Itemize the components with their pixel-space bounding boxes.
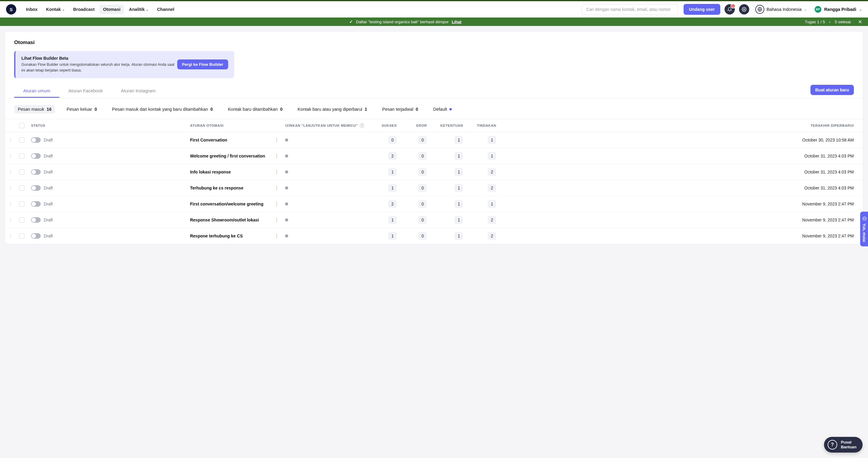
updated-timestamp: October 31, 2023 4:03 PM: [804, 185, 854, 190]
row-checkbox[interactable]: [19, 137, 24, 143]
allow-status-dot: [285, 234, 288, 237]
row-checkbox[interactable]: [19, 153, 24, 159]
search-input[interactable]: [582, 4, 678, 15]
language-label: Bahasa Indonesia: [767, 7, 802, 12]
banner-link-lihat[interactable]: Lihat: [452, 20, 461, 24]
chevron-down-icon: ⌄: [804, 7, 807, 11]
table-row[interactable]: ⋮ Draft Terhubung ke cs response ⋮ 1 0 1…: [5, 180, 863, 196]
condition-count: 1: [455, 168, 463, 176]
status-toggle[interactable]: [31, 169, 41, 175]
kebab-menu-icon[interactable]: ⋮: [274, 217, 279, 222]
updated-timestamp: October 31, 2023 4:03 PM: [804, 170, 854, 174]
table-row[interactable]: ⋮ Draft First conversation/welcome greet…: [5, 196, 863, 212]
filter-chip[interactable]: Kontak baru atau yang diperbarui1: [294, 105, 371, 113]
status-label: Draft: [44, 185, 53, 190]
condition-count: 1: [455, 216, 463, 224]
drag-handle-icon[interactable]: ⋮: [5, 132, 16, 148]
task-done: 5 selesai: [835, 20, 851, 24]
col-status: STATUS: [28, 119, 187, 132]
row-checkbox[interactable]: [19, 169, 24, 175]
drag-handle-icon[interactable]: ⋮: [5, 228, 16, 244]
filter-label: Pesan terjadwal: [382, 107, 413, 112]
drag-handle-icon[interactable]: ⋮: [5, 164, 16, 180]
filter-chip[interactable]: Default: [430, 105, 456, 113]
language-selector[interactable]: Bahasa Indonesia ⌄: [755, 5, 807, 14]
drag-handle-icon[interactable]: ⋮: [5, 148, 16, 164]
kebab-menu-icon[interactable]: ⋮: [274, 137, 279, 142]
onboarding-side-tab[interactable]: ⓘ Yuk, mulai: [860, 212, 868, 247]
tab-aturan-umum[interactable]: Aturan umum: [14, 85, 59, 97]
topbar: S Inbox Kontak ⌄ Broadcast Otomasi Anali…: [0, 0, 868, 18]
import-success-banner: ✓ Daftar "testing island organics bali" …: [0, 18, 868, 26]
table-row[interactable]: ⋮ Draft Response Showroom/outlet lokasi …: [5, 212, 863, 228]
action-count: 2: [488, 216, 496, 224]
row-checkbox[interactable]: [19, 233, 24, 239]
status-toggle[interactable]: [31, 137, 41, 143]
condition-count: 1: [455, 200, 463, 208]
rule-name: Respone terhubung ke CS: [190, 233, 243, 238]
status-toggle[interactable]: [31, 201, 41, 207]
kebab-menu-icon[interactable]: ⋮: [274, 169, 279, 174]
side-tab-label: Yuk, mulai: [862, 224, 866, 242]
logo[interactable]: S: [6, 4, 16, 15]
kebab-menu-icon[interactable]: ⋮: [274, 153, 279, 159]
table-row[interactable]: ⋮ Draft Info lokasi response ⋮ 1 0 1 2 O…: [5, 164, 863, 180]
condition-count: 1: [455, 232, 463, 240]
nav-analitik[interactable]: Analitik ⌄: [125, 4, 152, 14]
filter-chip[interactable]: Pesan masuk dari kontak yang baru ditamb…: [108, 105, 216, 113]
notif-badge: 1: [731, 4, 735, 8]
close-icon[interactable]: ✕: [858, 19, 862, 25]
tab-aturan-facebook[interactable]: Aturan Facebook: [59, 85, 112, 97]
row-checkbox[interactable]: [19, 185, 24, 191]
allow-status-dot: [285, 170, 288, 173]
select-all-checkbox[interactable]: [19, 123, 24, 128]
status-toggle[interactable]: [31, 153, 41, 159]
nav-inbox[interactable]: Inbox: [22, 4, 41, 14]
nav-otomasi[interactable]: Otomasi: [99, 4, 124, 14]
status-label: Draft: [44, 202, 53, 206]
drag-handle-icon[interactable]: ⋮: [5, 180, 16, 196]
filter-chip[interactable]: Pesan masuk16: [14, 105, 55, 113]
filter-count: 1: [365, 107, 367, 112]
col-condition: KETENTUAN: [430, 119, 466, 132]
row-checkbox[interactable]: [19, 201, 24, 207]
nav-kontak[interactable]: Kontak ⌄: [42, 4, 68, 14]
status-toggle[interactable]: [31, 233, 41, 239]
invite-user-button[interactable]: Undang user: [684, 4, 720, 15]
error-count: 0: [418, 232, 427, 240]
gear-icon: [742, 7, 747, 12]
drag-handle-icon[interactable]: ⋮: [5, 196, 16, 212]
table-row[interactable]: ⋮ Draft First Conversation ⋮ 0 0 1 1 Oct…: [5, 132, 863, 148]
nav-items: Inbox Kontak ⌄ Broadcast Otomasi Analiti…: [22, 4, 178, 14]
nav-broadcast[interactable]: Broadcast: [70, 4, 98, 14]
filter-label: Kontak baru atau yang diperbarui: [298, 107, 362, 112]
action-count: 2: [488, 184, 496, 192]
filter-chip[interactable]: Pesan keluar0: [63, 105, 101, 113]
kebab-menu-icon[interactable]: ⋮: [274, 185, 279, 190]
kebab-menu-icon[interactable]: ⋮: [274, 201, 279, 206]
new-rule-button[interactable]: Buat aturan baru: [810, 85, 854, 95]
settings-button[interactable]: [739, 4, 749, 15]
condition-count: 1: [455, 152, 463, 160]
status-toggle[interactable]: [31, 217, 41, 223]
table-row[interactable]: ⋮ Draft Welcome greeting / first convers…: [5, 148, 863, 164]
flowbuilder-button[interactable]: Pergi ke Flow Builder: [177, 59, 228, 69]
table-row[interactable]: ⋮ Draft Respone terhubung ke CS ⋮ 1 0 1 …: [5, 228, 863, 244]
nav-channel[interactable]: Channel: [153, 4, 178, 14]
info-icon: ⓘ: [862, 217, 867, 221]
filter-chip[interactable]: Pesan terjadwal0: [378, 105, 422, 113]
drag-handle-icon[interactable]: ⋮: [5, 212, 16, 228]
info-icon[interactable]: i: [360, 123, 364, 127]
rule-name: First conversation/welcome greeting: [190, 202, 264, 206]
filters-row: Pesan masuk16Pesan keluar0Pesan masuk da…: [14, 98, 854, 119]
kebab-menu-icon[interactable]: ⋮: [274, 233, 279, 238]
action-count: 1: [488, 136, 496, 144]
user-menu[interactable]: RP Rangga Pribadi ⌄: [815, 6, 862, 13]
status-toggle[interactable]: [31, 185, 41, 191]
tab-aturan-instagram[interactable]: Aturan Instagram: [112, 85, 164, 97]
filter-chip[interactable]: Kontak baru ditambahkan0: [224, 105, 286, 113]
filter-count: 0: [415, 107, 418, 112]
chevron-right-icon: ›: [829, 20, 831, 24]
row-checkbox[interactable]: [19, 217, 24, 223]
notifications-button[interactable]: 1: [724, 4, 735, 15]
